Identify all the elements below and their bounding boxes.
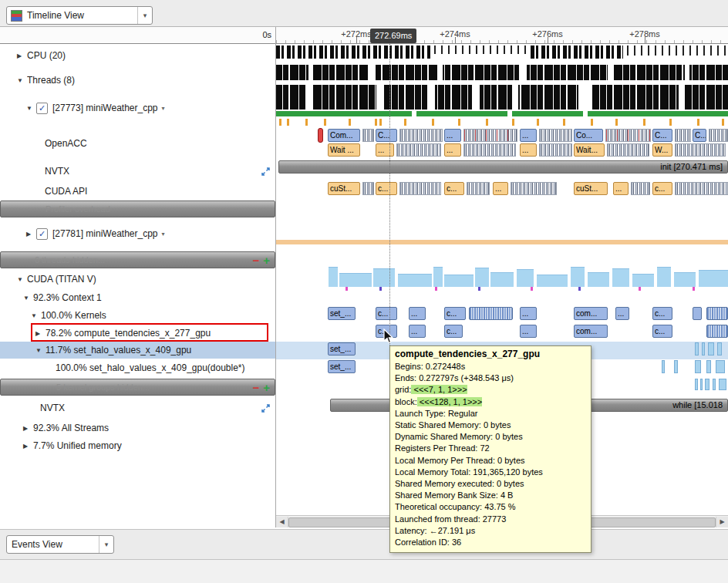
- timeline-lblue-segment[interactable]: [662, 360, 665, 373]
- timeline-blue-segment[interactable]: [693, 307, 702, 320]
- timeline-event[interactable]: c...: [444, 325, 463, 338]
- timeline-lblue-segment[interactable]: [695, 379, 698, 390]
- timeline-event[interactable]: W...: [652, 143, 672, 157]
- timeline-event[interactable]: Com...: [328, 129, 360, 142]
- add-filter-icon[interactable]: +: [263, 255, 270, 265]
- timeline-event[interactable]: cuSt...: [328, 182, 360, 195]
- expand-row-icon[interactable]: [261, 167, 271, 177]
- tree-row-profiler-overhead[interactable]: Profiler overhead: [0, 201, 275, 217]
- tree-row-openacc[interactable]: OpenACC: [0, 135, 275, 152]
- timeline-lblue-segment[interactable]: [716, 360, 725, 373]
- timeline-event[interactable]: C...: [652, 129, 672, 142]
- remove-filter-icon[interactable]: −: [252, 255, 259, 265]
- add-filter-icon[interactable]: +: [263, 382, 270, 393]
- chevron-down-icon[interactable]: ▾: [162, 105, 165, 112]
- expander-icon[interactable]: ▼: [35, 347, 46, 354]
- timeline-event[interactable]: com...: [574, 325, 608, 338]
- expander-icon[interactable]: ▶: [35, 330, 46, 337]
- timeline-event[interactable]: ...: [444, 129, 461, 142]
- timeline-lblue-segment[interactable]: [706, 360, 711, 373]
- timeline-event[interactable]: c...: [444, 307, 466, 320]
- expander-icon[interactable]: ▼: [31, 312, 41, 319]
- expander-icon[interactable]: ▼: [26, 105, 36, 112]
- timeline-event[interactable]: ...: [409, 325, 426, 338]
- tree-row-threads[interactable]: ▼Threads (8): [0, 72, 275, 89]
- timeline-event[interactable]: cuSt...: [574, 182, 608, 195]
- panel-divider[interactable]: [275, 27, 276, 527]
- timeline-event[interactable]: ...: [409, 307, 426, 320]
- tree-row-cpu[interactable]: ▶CPU (20): [0, 47, 275, 64]
- timeline-lblue-segment[interactable]: [702, 342, 705, 356]
- timeline-view-dropdown[interactable]: Timeline View ▾: [6, 6, 153, 25]
- tree-row-set-halo[interactable]: ▼11.7% set_halo_values_x_409_gpu: [0, 342, 275, 359]
- chevron-down-icon[interactable]: ▾: [99, 536, 113, 553]
- timeline-event[interactable]: ...: [615, 307, 629, 320]
- timeline-event[interactable]: c...: [376, 307, 397, 320]
- tree-row-context-1[interactable]: ▼92.3% Context 1: [0, 289, 275, 306]
- timeline-event[interactable]: c...: [376, 325, 397, 338]
- expander-icon[interactable]: ▼: [23, 295, 33, 302]
- timeline-lblue-segment[interactable]: [719, 379, 726, 390]
- row-checkbox[interactable]: ✓: [36, 103, 48, 114]
- timeline-event[interactable]: c...: [652, 182, 672, 195]
- timeline-lblue-segment[interactable]: [717, 342, 722, 356]
- expand-row-icon[interactable]: [261, 403, 271, 413]
- expander-icon[interactable]: ▼: [17, 276, 27, 283]
- scroll-left-button[interactable]: ◀: [276, 517, 288, 527]
- timeline-event[interactable]: Wait...: [574, 143, 605, 157]
- timeline-ruler[interactable]: 0s +272ms+274ms+276ms+278ms: [0, 27, 728, 44]
- expander-icon[interactable]: ▼: [17, 77, 27, 84]
- timeline-event[interactable]: C...: [376, 129, 397, 142]
- timeline-lblue-segment[interactable]: [674, 360, 678, 373]
- expander-icon[interactable]: ▶: [17, 52, 27, 59]
- timeline-event[interactable]: set_...: [328, 360, 356, 373]
- timeline-red-segment[interactable]: [318, 128, 323, 143]
- timeline-event[interactable]: c...: [444, 182, 464, 195]
- tree-row-thread-27773[interactable]: ▼✓[27773] miniWeather_cpp▾: [0, 99, 275, 116]
- expander-icon[interactable]: ▶: [26, 231, 36, 238]
- timeline-event[interactable]: c...: [652, 307, 672, 320]
- events-view-dropdown[interactable]: Events View ▾: [6, 535, 114, 554]
- timeline-event[interactable]: set_...: [328, 307, 356, 320]
- timeline-event[interactable]: init [270.471 ms]: [278, 160, 728, 174]
- tree-row-compute-tendencies[interactable]: ▶78.2% compute_tendencies_x_277_gpu: [0, 325, 275, 342]
- row-checkbox[interactable]: ✓: [36, 228, 48, 240]
- chevron-down-icon[interactable]: ▾: [137, 7, 152, 24]
- tree-row-cuda-titan-v[interactable]: ▼CUDA (TITAN V): [0, 271, 275, 288]
- timeline-event[interactable]: ...: [520, 143, 537, 157]
- timeline-event[interactable]: ...: [376, 143, 394, 157]
- remove-filter-icon[interactable]: −: [252, 382, 259, 393]
- expander-icon[interactable]: ▶: [23, 443, 33, 450]
- timeline-event[interactable]: ...: [520, 325, 537, 338]
- tree-row-nvtx-thread[interactable]: NVTX: [0, 163, 275, 180]
- timeline-event[interactable]: ...: [444, 143, 461, 157]
- timeline-event[interactable]: Co...: [574, 129, 603, 142]
- timeline-lblue-segment[interactable]: [708, 342, 714, 356]
- expander-icon[interactable]: ▶: [23, 425, 33, 432]
- timeline-event[interactable]: set_...: [328, 342, 356, 356]
- timeline-event[interactable]: ...: [520, 307, 537, 320]
- tree-row-set-halo-fn[interactable]: 100.0% set_halo_values_x_409_gpu(double*…: [0, 359, 275, 376]
- timeline-event[interactable]: Wait ...: [328, 143, 360, 157]
- tree-row-nvtx-cuda[interactable]: NVTX: [0, 399, 275, 416]
- scroll-right-button[interactable]: ▶: [716, 517, 728, 527]
- tree-row-threads-hidden[interactable]: 6 threads hidden...−+: [0, 251, 275, 268]
- timeline-lblue-segment[interactable]: [705, 379, 709, 390]
- timeline-event[interactable]: C...: [693, 129, 706, 142]
- timeline-event[interactable]: c...: [376, 182, 397, 195]
- timeline-event[interactable]: ...: [613, 182, 629, 195]
- chevron-down-icon[interactable]: ▾: [162, 231, 165, 238]
- timeline-lblue-segment[interactable]: [695, 360, 701, 373]
- timeline-event[interactable]: com...: [574, 307, 608, 320]
- tree-row-cuda-api[interactable]: CUDA API: [0, 183, 275, 200]
- timeline-event[interactable]: ...: [520, 129, 537, 142]
- tree-row-all-streams[interactable]: ▶92.3% All Streams: [0, 420, 275, 436]
- tree-row-kernels[interactable]: ▼100.0% Kernels: [0, 307, 275, 324]
- tree-row-kernel-groups-hidden[interactable]: 5 kernel groups hidden...−+: [0, 379, 275, 396]
- timeline-event[interactable]: ...: [493, 182, 508, 195]
- timeline-lblue-segment[interactable]: [695, 342, 699, 356]
- timeline-lblue-segment[interactable]: [700, 379, 703, 390]
- tree-row-thread-27781[interactable]: ▶✓[27781] miniWeather_cpp▾: [0, 225, 275, 242]
- tree-row-unified-memory[interactable]: ▶7.7% Unified memory: [0, 437, 275, 454]
- timeline-lblue-segment[interactable]: [713, 379, 716, 390]
